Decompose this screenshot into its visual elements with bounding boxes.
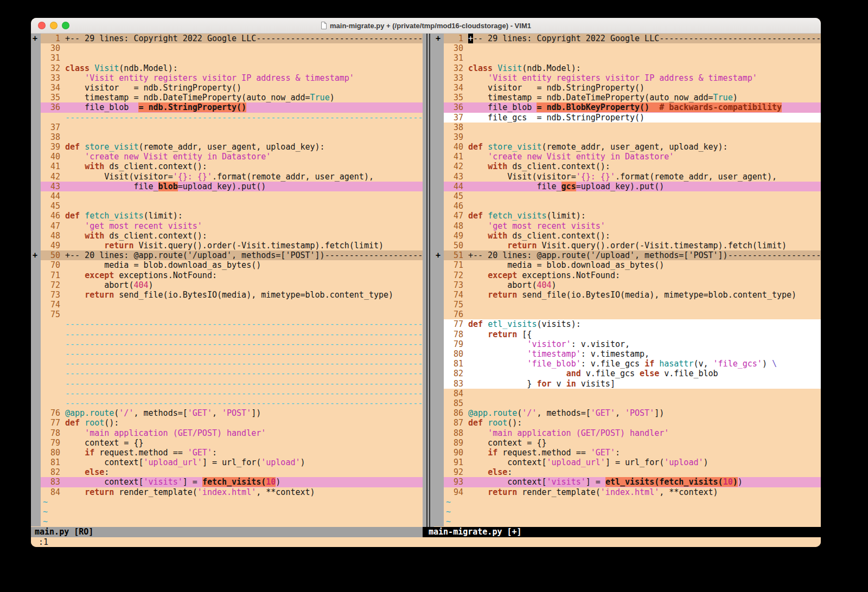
code-line[interactable]: 49 return Visit.query().order(-Visit.tim…	[31, 241, 423, 250]
code-line[interactable]: 82 else:	[31, 467, 423, 477]
diff-filler-line[interactable]: ----------------------------------------…	[31, 339, 423, 349]
folded-line[interactable]: +1+-- 29 lines: Copyright 2022 Google LL…	[434, 34, 821, 43]
diff-filler-line[interactable]: ----------------------------------------…	[31, 389, 423, 398]
code-line[interactable]: 46	[434, 201, 821, 211]
code-line[interactable]: 74	[31, 300, 423, 310]
code-line[interactable]: 86@app.route('/', methods=['GET', 'POST'…	[434, 408, 821, 418]
code-line[interactable]: 81 'file_blob': v.file_gcs if hasattr(v,…	[434, 359, 821, 369]
code-line[interactable]: 36 file_blob = ndb.StringProperty()	[31, 102, 423, 112]
empty-buffer-line[interactable]: ~	[434, 497, 821, 507]
code-line[interactable]: 43 file_blob=upload_key).put()	[31, 182, 423, 191]
fold-column[interactable]: +	[31, 250, 41, 260]
code-line[interactable]: 71 except exceptions.NotFound:	[31, 271, 423, 280]
code-line[interactable]: 92 else:	[434, 467, 821, 477]
close-button[interactable]	[38, 22, 46, 29]
code-line[interactable]: 83 } for v in visits]	[434, 379, 821, 389]
code-line[interactable]: 30	[434, 43, 821, 53]
code-line[interactable]: 79 context = {}	[31, 438, 423, 448]
diff-filler-line[interactable]: ----------------------------------------…	[31, 359, 423, 369]
code-line[interactable]: 84	[434, 389, 821, 398]
code-line[interactable]: 79 'visitor': v.visitor,	[434, 339, 821, 349]
empty-buffer-line[interactable]: ~	[434, 507, 821, 517]
code-line[interactable]: 47def fetch_visits(limit):	[434, 211, 821, 221]
code-line[interactable]: 40 'create new Visit entity in Datastore…	[31, 152, 423, 162]
code-line[interactable]: 78 return [{	[434, 330, 821, 339]
code-line[interactable]: 48 with ds_client.context():	[31, 231, 423, 241]
empty-buffer-line[interactable]: ~	[434, 517, 821, 526]
folded-line[interactable]: +50+-- 20 lines: @app.route('/upload', m…	[31, 250, 423, 260]
code-line[interactable]: 72 except exceptions.NotFound:	[434, 271, 821, 280]
code-line[interactable]: 37 file_gcs = ndb.StringProperty()	[434, 113, 821, 123]
code-line[interactable]: 31	[434, 53, 821, 63]
left-status-bar[interactable]: main.py [RO]	[31, 527, 423, 537]
code-line[interactable]: 34 visitor = ndb.StringProperty()	[434, 83, 821, 93]
code-line[interactable]: 81 context['upload_url'] = url_for('uplo…	[31, 458, 423, 467]
code-line[interactable]: 40def store_visit(remote_addr, user_agen…	[434, 142, 821, 152]
code-line[interactable]: 44 file_gcs=upload_key).put()	[434, 182, 821, 191]
code-line[interactable]: 44	[31, 191, 423, 201]
code-line[interactable]: 71 media = blob.download_as_bytes()	[434, 260, 821, 270]
code-line[interactable]: 45	[31, 201, 423, 211]
code-line[interactable]: 31	[31, 53, 423, 63]
code-line[interactable]: 43 Visit(visitor='{}: {}'.format(remote_…	[434, 172, 821, 182]
fold-column[interactable]: +	[434, 250, 444, 260]
code-line[interactable]: 89 context = {}	[434, 438, 821, 448]
code-line[interactable]: 48 'get most recent visits'	[434, 221, 821, 231]
minimize-button[interactable]	[50, 22, 58, 29]
code-line[interactable]: 39	[434, 132, 821, 142]
code-line[interactable]: 42 Visit(visitor='{}: {}'.format(remote_…	[31, 172, 423, 182]
code-line[interactable]: 75	[31, 310, 423, 319]
diff-filler-line[interactable]: ----------------------------------------…	[31, 379, 423, 389]
code-line[interactable]: 91 context['upload_url'] = url_for('uplo…	[434, 458, 821, 467]
code-line[interactable]: 32class Visit(ndb.Model):	[31, 63, 423, 73]
code-line[interactable]: 35 timestamp = ndb.DateTimeProperty(auto…	[434, 93, 821, 102]
code-line[interactable]: 39def store_visit(remote_addr, user_agen…	[31, 142, 423, 152]
empty-buffer-line[interactable]: ~	[31, 517, 423, 526]
code-line[interactable]: 49 with ds_client.context():	[434, 231, 821, 241]
code-line[interactable]: 93 context['visits'] = etl_visits(fetch_…	[434, 477, 821, 487]
code-line[interactable]: 50 return Visit.query().order(-Visit.tim…	[434, 241, 821, 250]
code-line[interactable]: 80 'timestamp': v.timestamp,	[434, 349, 821, 359]
right-status-bar[interactable]: main-migrate.py [+]	[423, 527, 821, 537]
code-line[interactable]: 45	[434, 191, 821, 201]
empty-buffer-line[interactable]: ~	[31, 507, 423, 517]
code-line[interactable]: 88 'main application (GET/POST) handler'	[434, 428, 821, 438]
code-line[interactable]: 77def etl_visits(visits):	[434, 319, 821, 329]
code-line[interactable]: 47 'get most recent visits'	[31, 221, 423, 231]
code-line[interactable]: 80 if request.method == 'GET':	[31, 448, 423, 458]
code-line[interactable]: 94 return render_template('index.html', …	[434, 487, 821, 497]
code-line[interactable]: 90 if request.method == 'GET':	[434, 448, 821, 458]
code-line[interactable]: 76	[434, 310, 821, 319]
code-line[interactable]: 36 file_blob = ndb.BlobKeyProperty() # b…	[434, 102, 821, 112]
code-line[interactable]: 78 'main application (GET/POST) handler'	[31, 428, 423, 438]
code-line[interactable]: 38	[434, 123, 821, 132]
code-line[interactable]: 41 'create new Visit entity in Datastore…	[434, 152, 821, 162]
code-line[interactable]: 30	[31, 43, 423, 53]
folded-line[interactable]: +1+-- 29 lines: Copyright 2022 Google LL…	[31, 34, 423, 43]
code-line[interactable]: 82 and v.file_gcs else v.file_blob	[434, 369, 821, 378]
diff-filler-line[interactable]: ----------------------------------------…	[31, 319, 423, 329]
code-line[interactable]: 37	[31, 123, 423, 132]
code-line[interactable]: 77def root():	[31, 418, 423, 428]
code-line[interactable]: 84 return render_template('index.html', …	[31, 487, 423, 497]
code-line[interactable]: 70 media = blob.download_as_bytes()	[31, 260, 423, 270]
code-line[interactable]: 87def root():	[434, 418, 821, 428]
zoom-button[interactable]	[62, 22, 69, 29]
code-line[interactable]: 72 abort(404)	[31, 280, 423, 290]
code-line[interactable]: 73 abort(404)	[434, 280, 821, 290]
diff-filler-line[interactable]: ----------------------------------------…	[31, 349, 423, 359]
code-line[interactable]: 74 return send_file(io.BytesIO(media), m…	[434, 290, 821, 300]
command-line[interactable]: :1	[31, 537, 821, 547]
code-line[interactable]: 34 visitor = ndb.StringProperty()	[31, 83, 423, 93]
diff-filler-line[interactable]: ----------------------------------------…	[31, 398, 423, 408]
vertical-split-separator[interactable]	[423, 34, 434, 527]
code-line[interactable]: 75	[434, 300, 821, 310]
code-line[interactable]: 73 return send_file(io.BytesIO(media), m…	[31, 290, 423, 300]
code-line[interactable]: 76@app.route('/', methods=['GET', 'POST'…	[31, 408, 423, 418]
code-line[interactable]: 33 'Visit entity registers visitor IP ad…	[434, 73, 821, 83]
code-line[interactable]: 85	[434, 398, 821, 408]
fold-column[interactable]: +	[31, 34, 41, 43]
code-line[interactable]: 38	[31, 132, 423, 142]
code-line[interactable]: 33 'Visit entity registers visitor IP ad…	[31, 73, 423, 83]
fold-column[interactable]: +	[434, 34, 444, 43]
